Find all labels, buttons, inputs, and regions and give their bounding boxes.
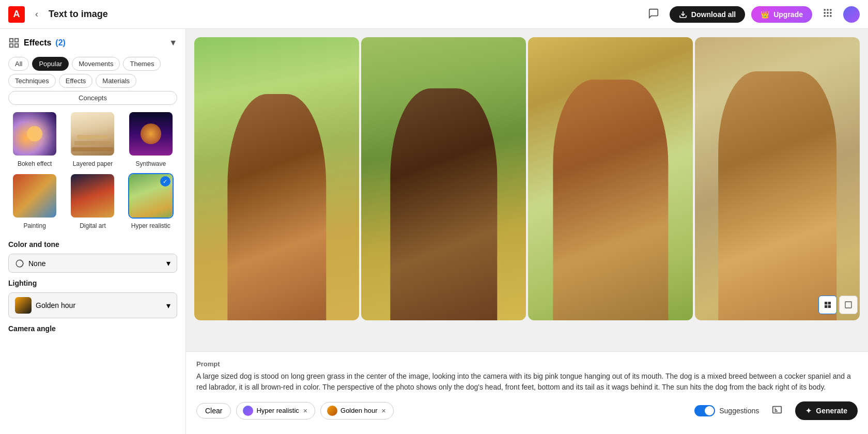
svg-rect-11 bbox=[15, 39, 18, 42]
effect-item-bokeh[interactable]: Bokeh effect bbox=[8, 111, 61, 168]
effect-thumb-painting bbox=[12, 173, 57, 219]
color-tone-title: Color and tone bbox=[8, 240, 177, 249]
grid-view-button[interactable] bbox=[818, 296, 837, 314]
upgrade-label: Upgrade bbox=[773, 10, 803, 19]
tag-icon-golden bbox=[327, 406, 337, 416]
lighting-label: Golden hour bbox=[36, 301, 75, 309]
gallery-image-2[interactable] bbox=[361, 37, 526, 320]
lighting-title: Lighting bbox=[8, 279, 177, 287]
user-avatar[interactable] bbox=[843, 6, 860, 23]
svg-rect-1 bbox=[824, 9, 826, 11]
sidebar-effects-label: Effects bbox=[24, 38, 51, 48]
filter-tabs: All Popular Movements Themes Techniques … bbox=[8, 57, 177, 105]
effect-label-hyper: Hyper realistic bbox=[131, 222, 171, 229]
header-right: Download all 👑 Upgrade bbox=[644, 4, 860, 25]
single-view-button[interactable] bbox=[839, 296, 858, 314]
lighting-dropdown[interactable]: Golden hour ▾ bbox=[8, 292, 177, 318]
filter-tab-movements[interactable]: Movements bbox=[72, 57, 120, 71]
camera-angle-title: Camera angle bbox=[8, 324, 177, 333]
generate-icon: ✦ bbox=[805, 407, 812, 415]
image-gallery bbox=[186, 29, 868, 351]
sidebar: Effects (2) ▼ All Popular Movements Them… bbox=[0, 29, 186, 434]
svg-rect-15 bbox=[825, 302, 827, 304]
effect-item-hyper[interactable]: ✓ Hyper realistic bbox=[125, 173, 177, 230]
filter-tab-concepts[interactable]: Concepts bbox=[8, 91, 177, 105]
effect-item-painting[interactable]: Painting bbox=[8, 173, 61, 230]
effect-label-layered: Layered paper bbox=[73, 160, 113, 167]
generate-button[interactable]: ✦ Generate bbox=[795, 401, 858, 420]
clear-button[interactable]: Clear bbox=[196, 403, 231, 419]
svg-rect-20 bbox=[773, 407, 782, 413]
color-none-label: None bbox=[28, 259, 45, 268]
effects-count: (2) bbox=[55, 38, 66, 48]
filter-tab-effects[interactable]: Effects bbox=[59, 74, 93, 88]
page-title: Text to image bbox=[49, 9, 108, 20]
color-chevron-icon: ▾ bbox=[166, 258, 171, 268]
bottom-panel: Prompt A large sized dog is stood on lon… bbox=[186, 351, 868, 434]
bottom-row: Clear Hyper realistic × Golden hour × bbox=[196, 400, 858, 421]
header-left: A ‹ Text to image bbox=[8, 6, 108, 23]
toggle-knob bbox=[705, 406, 714, 415]
svg-rect-7 bbox=[824, 15, 826, 17]
effect-thumb-hyper: ✓ bbox=[128, 173, 174, 219]
svg-rect-17 bbox=[825, 305, 827, 308]
svg-rect-4 bbox=[824, 12, 826, 13]
sidebar-title-row: Effects (2) bbox=[8, 37, 66, 49]
effect-label-digital: Digital art bbox=[80, 222, 106, 229]
effect-item-synthwave[interactable]: Synthwave bbox=[125, 111, 177, 168]
effect-label-synthwave: Synthwave bbox=[135, 160, 166, 167]
tag-hyper-realistic: Hyper realistic × bbox=[236, 402, 315, 420]
svg-rect-19 bbox=[845, 302, 851, 308]
back-button[interactable]: ‹ bbox=[31, 7, 42, 22]
apps-button[interactable] bbox=[818, 4, 837, 25]
tag-label-golden: Golden hour bbox=[340, 407, 378, 414]
chat-button[interactable] bbox=[644, 4, 663, 25]
right-controls: Suggestions ✦ Generate bbox=[694, 400, 858, 421]
tag-golden-hour: Golden hour × bbox=[320, 402, 394, 420]
effects-icon bbox=[8, 37, 20, 49]
upgrade-button[interactable]: 👑 Upgrade bbox=[751, 6, 812, 23]
color-icon bbox=[15, 259, 24, 268]
effect-item-layered[interactable]: Layered paper bbox=[66, 111, 119, 168]
svg-rect-10 bbox=[10, 39, 13, 42]
tag-icon-hyper bbox=[243, 406, 253, 416]
effect-thumb-synthwave bbox=[128, 111, 174, 157]
gallery-image-3[interactable] bbox=[528, 37, 693, 320]
filter-tab-materials[interactable]: Materials bbox=[96, 74, 136, 88]
gallery-image-4[interactable] bbox=[695, 37, 860, 320]
filter-tab-techniques[interactable]: Techniques bbox=[8, 74, 56, 88]
tags-row: Clear Hyper realistic × Golden hour × bbox=[196, 402, 694, 420]
effect-label-painting: Painting bbox=[23, 222, 45, 229]
effect-thumb-layered bbox=[70, 111, 115, 157]
tag-label-hyper: Hyper realistic bbox=[256, 407, 299, 414]
prompt-label: Prompt bbox=[196, 360, 858, 368]
collapse-button[interactable]: ▼ bbox=[169, 38, 177, 48]
aspect-ratio-button[interactable] bbox=[767, 400, 787, 421]
content-area: Prompt A large sized dog is stood on lon… bbox=[186, 29, 868, 434]
tag-remove-golden[interactable]: × bbox=[381, 407, 387, 415]
gallery-image-1[interactable] bbox=[194, 37, 359, 320]
app-header: A ‹ Text to image Download all 👑 Upgrade bbox=[0, 0, 868, 29]
effect-thumb-digital bbox=[70, 173, 115, 219]
adobe-logo[interactable]: A bbox=[8, 6, 25, 23]
effect-grid: Bokeh effect Layered paper bbox=[8, 111, 177, 230]
svg-rect-2 bbox=[827, 9, 828, 11]
suggestions-toggle[interactable] bbox=[694, 405, 715, 416]
download-label: Download all bbox=[691, 10, 736, 19]
filter-tab-themes[interactable]: Themes bbox=[123, 57, 161, 71]
filter-tab-all[interactable]: All bbox=[8, 57, 29, 71]
download-button[interactable]: Download all bbox=[670, 6, 745, 23]
view-toggles bbox=[818, 296, 858, 314]
svg-rect-8 bbox=[827, 15, 828, 17]
color-tone-dropdown[interactable]: None ▾ bbox=[8, 254, 177, 273]
svg-rect-3 bbox=[830, 9, 831, 11]
effect-item-digital[interactable]: Digital art bbox=[66, 173, 119, 230]
svg-rect-6 bbox=[830, 12, 831, 13]
gallery-area bbox=[186, 29, 868, 351]
suggestions-label: Suggestions bbox=[719, 407, 759, 415]
svg-rect-5 bbox=[827, 12, 828, 13]
tag-remove-hyper[interactable]: × bbox=[302, 407, 308, 415]
svg-rect-18 bbox=[828, 305, 831, 308]
selected-check: ✓ bbox=[160, 176, 171, 187]
filter-tab-popular[interactable]: Popular bbox=[32, 57, 69, 71]
